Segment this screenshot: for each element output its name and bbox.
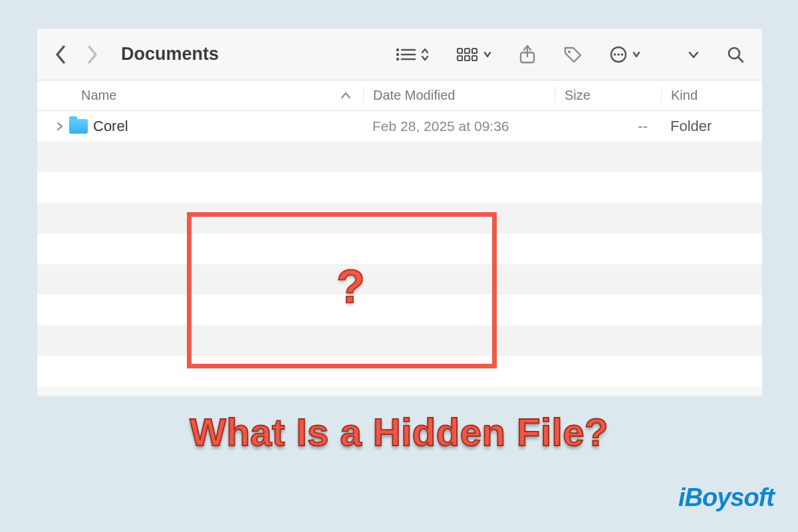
folder-icon bbox=[69, 119, 88, 134]
table-row[interactable]: Corel Feb 28, 2025 at 09:36 -- Folder bbox=[37, 111, 762, 142]
svg-point-14 bbox=[568, 51, 571, 53]
header-kind[interactable]: Kind bbox=[661, 88, 762, 103]
column-headers: Name Date Modified Size Kind bbox=[37, 80, 762, 111]
svg-rect-9 bbox=[458, 56, 462, 61]
toolbar: Documents bbox=[37, 29, 762, 80]
svg-point-17 bbox=[617, 53, 620, 56]
table-row bbox=[37, 172, 762, 203]
search-button[interactable] bbox=[726, 45, 745, 64]
file-size: -- bbox=[555, 118, 661, 135]
caption-text: What Is a Hidden File? bbox=[0, 410, 798, 454]
svg-point-18 bbox=[621, 53, 624, 56]
svg-point-0 bbox=[396, 48, 399, 51]
table-row bbox=[37, 325, 762, 356]
disclosure-triangle-icon[interactable] bbox=[56, 121, 64, 132]
table-row bbox=[37, 264, 762, 295]
brand-logo: iBoysoft bbox=[678, 483, 774, 512]
svg-point-4 bbox=[396, 57, 399, 60]
share-button[interactable] bbox=[519, 45, 536, 65]
header-date[interactable]: Date Modified bbox=[363, 88, 555, 103]
svg-point-16 bbox=[614, 53, 616, 56]
table-row bbox=[37, 233, 762, 264]
table-row bbox=[37, 295, 762, 325]
dropdown-button[interactable] bbox=[688, 47, 700, 63]
back-button[interactable] bbox=[55, 45, 66, 65]
header-name-label: Name bbox=[81, 88, 340, 103]
tags-button[interactable] bbox=[563, 45, 583, 64]
header-size[interactable]: Size bbox=[555, 88, 661, 103]
table-row bbox=[37, 356, 762, 386]
file-listing: Corel Feb 28, 2025 at 09:36 -- Folder bbox=[37, 111, 762, 386]
group-button[interactable] bbox=[456, 47, 492, 63]
svg-rect-6 bbox=[458, 49, 462, 53]
forward-button[interactable] bbox=[86, 45, 98, 65]
view-list-button[interactable] bbox=[395, 47, 430, 63]
sort-indicator-icon bbox=[340, 88, 351, 103]
file-kind: Folder bbox=[661, 118, 762, 135]
svg-rect-10 bbox=[465, 56, 469, 61]
svg-rect-8 bbox=[472, 49, 477, 53]
file-name: Corel bbox=[93, 118, 128, 135]
table-row bbox=[37, 203, 762, 233]
more-button[interactable] bbox=[609, 45, 641, 64]
file-date: Feb 28, 2025 at 09:36 bbox=[363, 118, 555, 134]
window-title: Documents bbox=[121, 44, 395, 65]
svg-rect-11 bbox=[472, 56, 477, 61]
nav-arrows bbox=[55, 45, 98, 65]
svg-line-20 bbox=[738, 57, 743, 62]
header-name[interactable]: Name bbox=[37, 88, 363, 103]
table-row bbox=[37, 142, 762, 172]
finder-window: Documents bbox=[37, 29, 762, 396]
svg-point-2 bbox=[396, 53, 399, 55]
svg-rect-7 bbox=[465, 49, 469, 53]
